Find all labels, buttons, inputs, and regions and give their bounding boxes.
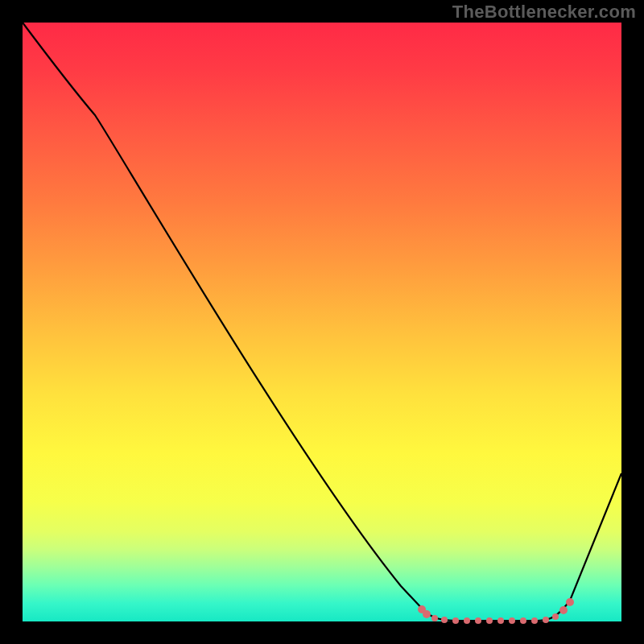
svg-point-6: [475, 617, 481, 624]
svg-point-1: [423, 610, 431, 618]
watermark-text: TheBottlenecker.com: [452, 2, 636, 23]
curve-layer: [23, 23, 621, 621]
chart-frame: TheBottlenecker.com: [0, 0, 644, 644]
svg-point-10: [520, 617, 526, 624]
svg-point-2: [431, 615, 438, 621]
svg-point-14: [559, 606, 568, 614]
svg-point-4: [452, 617, 459, 624]
svg-point-9: [509, 617, 515, 624]
bottleneck-curve: [23, 23, 621, 621]
svg-point-8: [497, 617, 504, 624]
svg-point-7: [486, 617, 493, 624]
svg-point-3: [441, 617, 448, 623]
svg-point-15: [566, 598, 574, 606]
svg-point-5: [464, 617, 470, 624]
svg-point-12: [543, 617, 549, 623]
gradient-plot-area: [23, 23, 621, 621]
svg-point-11: [531, 617, 538, 624]
svg-point-13: [552, 613, 559, 620]
